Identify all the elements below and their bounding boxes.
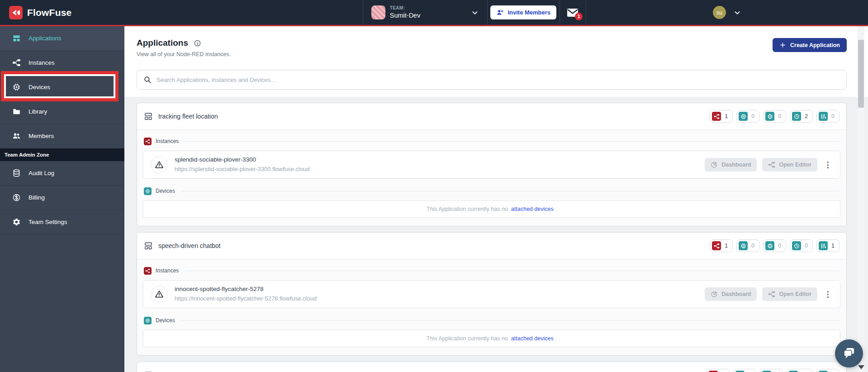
application-card-header: speech-driven chatbot 10001: [137, 233, 846, 259]
team-avatar: [371, 5, 385, 19]
device-badge-icon: [765, 241, 774, 250]
dashboard-button[interactable]: Dashboard: [705, 158, 757, 172]
instance-url[interactable]: https://splendid-sociable-plover-3300.fl…: [175, 165, 698, 174]
team-selector[interactable]: TEAM: Sumit-Dev: [363, 0, 487, 25]
sidebar-item-library[interactable]: Library: [0, 100, 124, 124]
snapshot-badge-icon: [792, 112, 801, 121]
application-card: test 210200: [137, 362, 847, 372]
application-card-body: Instances splendid-sociable-plover-3300 …: [137, 129, 846, 226]
scrollbar[interactable]: [858, 26, 864, 372]
sidebar-item-label: Applications: [28, 35, 62, 42]
scrollbar-thumb[interactable]: [858, 40, 864, 108]
node-red-editor-icon: [768, 291, 775, 298]
create-application-label: Create Application: [790, 42, 840, 48]
open-editor-button[interactable]: Open Editor: [762, 158, 817, 172]
sidebar-item-label: Devices: [28, 84, 50, 91]
sidebar-item-applications[interactable]: Applications: [0, 26, 124, 51]
instance-badge-icon: [739, 112, 748, 121]
sidebar-item-label: Team Settings: [28, 219, 67, 225]
flowfuse-logo-icon: [9, 6, 23, 19]
invite-members-button[interactable]: Invite Members: [490, 5, 556, 19]
instances-section-label: Instances: [156, 267, 179, 274]
dashboard-label: Dashboard: [721, 162, 751, 168]
instance-name[interactable]: innocent-spotted-flycatcher-5278: [175, 285, 698, 294]
sidebar-item-members[interactable]: Members: [0, 124, 124, 148]
badge-instance: 0: [736, 239, 759, 252]
page-title: Applications: [137, 38, 188, 48]
section-divider: [185, 271, 840, 271]
badge-count: 1: [725, 243, 728, 249]
pipeline-badge-icon: [819, 241, 828, 250]
sidebar-item-label: Instances: [28, 59, 55, 66]
sidebar-item-label: Members: [28, 133, 54, 139]
notification-badge: 1: [575, 13, 583, 20]
navbar-spacer: [81, 0, 362, 25]
instances-section-label: Instances: [156, 138, 179, 144]
sidebar-item-label: Library: [28, 108, 47, 115]
badge-node-red: 1: [710, 110, 733, 123]
attached-devices-link[interactable]: attached devices: [511, 335, 554, 342]
instances-list: splendid-sociable-plover-3300 https://sp…: [143, 151, 840, 179]
pie-chart-icon: [711, 291, 718, 298]
sidebar-item-team-settings[interactable]: Team Settings: [0, 210, 124, 234]
instance-name[interactable]: splendid-sociable-plover-3300: [175, 155, 698, 165]
dashboard-label: Dashboard: [721, 291, 751, 297]
sidebar-item-label: Billing: [28, 194, 45, 201]
sidebar-item-audit-log[interactable]: Audit Log: [0, 161, 124, 186]
section-divider: [181, 320, 840, 321]
snapshot-badge-icon: [792, 241, 801, 250]
applications-list: tracking fleet location 10020 Instances …: [124, 97, 868, 372]
sidebar-item-instances[interactable]: Instances: [0, 51, 124, 75]
members-icon: [12, 132, 21, 140]
user-avatar: su: [713, 6, 726, 19]
top-navbar: FlowFuse TEAM: Sumit-Dev Invite Members …: [0, 0, 868, 26]
instance-badge-icon: [739, 241, 748, 250]
application-name[interactable]: tracking fleet location: [158, 113, 218, 120]
chat-widget-button[interactable]: [835, 339, 863, 367]
application-name[interactable]: speech-driven chatbot: [158, 242, 221, 249]
search-input[interactable]: [157, 76, 840, 83]
badge-instance: 0: [736, 110, 759, 123]
application-badges: 10001: [710, 239, 840, 252]
page-header: Applications View all of your Node-RED i…: [124, 26, 868, 97]
section-divider: [185, 141, 840, 142]
badge-node-red: 1: [710, 239, 733, 252]
application-card-header: test 210200: [137, 362, 846, 372]
badge-count: 0: [751, 113, 754, 119]
instance-url[interactable]: https://innocent-spotted-flycatcher-5278…: [175, 294, 698, 303]
brand[interactable]: FlowFuse: [0, 0, 81, 25]
badge-device: 0: [760, 369, 783, 372]
application-badges: 210200: [707, 369, 840, 372]
devices-empty-period: .: [555, 335, 557, 342]
open-editor-button[interactable]: Open Editor: [762, 287, 817, 301]
scrollbar-down-arrow[interactable]: [858, 365, 864, 369]
badge-count: 1: [831, 243, 835, 249]
instance-options-button[interactable]: ⋮: [823, 291, 833, 298]
instances-list: innocent-spotted-flycatcher-5278 https:/…: [143, 280, 840, 308]
dashboard-button[interactable]: Dashboard: [705, 287, 757, 301]
sidebar-item-billing[interactable]: Billing: [0, 186, 124, 210]
notifications-block[interactable]: 1: [560, 0, 586, 25]
instance-row[interactable]: innocent-spotted-flycatcher-5278 https:/…: [143, 280, 840, 308]
applications-icon: [12, 34, 21, 43]
device-chip-icon: [144, 187, 152, 195]
billing-icon: [12, 193, 21, 202]
badge-count: 0: [751, 243, 754, 249]
warning-triangle-icon: [151, 286, 168, 303]
instance-row[interactable]: splendid-sociable-plover-3300 https://sp…: [143, 151, 840, 179]
sidebar-admin-nav: Audit LogBillingTeam Settings: [0, 161, 124, 234]
user-menu[interactable]: su: [586, 0, 868, 25]
search-icon: [143, 76, 152, 84]
badge-snapshot: 0: [790, 239, 813, 252]
attached-devices-link[interactable]: attached devices: [511, 206, 554, 212]
badge-count: 0: [831, 113, 835, 119]
info-icon[interactable]: [194, 39, 201, 47]
create-application-button[interactable]: Create Application: [773, 38, 847, 52]
instance-options-button[interactable]: ⋮: [823, 161, 833, 169]
devices-empty-period: .: [555, 206, 557, 212]
badge-snapshot: 2: [790, 110, 813, 123]
brand-name: FlowFuse: [27, 7, 71, 18]
sidebar-item-devices[interactable]: Devices: [0, 75, 124, 100]
application-card-header: tracking fleet location 10020: [137, 103, 846, 129]
badge-snapshot: 20: [787, 369, 813, 372]
